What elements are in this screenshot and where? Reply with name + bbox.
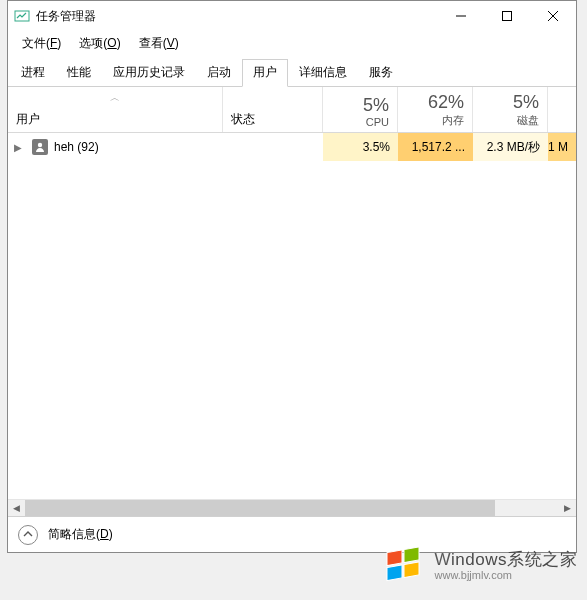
table-empty-area	[8, 161, 576, 499]
column-header-cpu[interactable]: 5% CPU	[323, 87, 398, 132]
svg-rect-2	[503, 12, 512, 21]
cell-disk: 2.3 MB/秒	[473, 133, 548, 161]
column-label-memory: 内存	[442, 113, 464, 128]
cell-cpu: 3.5%	[323, 133, 398, 161]
horizontal-scrollbar[interactable]: ◀ ▶	[8, 499, 576, 516]
scroll-left-arrow-icon[interactable]: ◀	[8, 500, 25, 517]
expand-arrow-icon[interactable]: ▶	[14, 142, 26, 153]
tab-services[interactable]: 服务	[358, 59, 404, 86]
cell-user-name: ▶ heh (92)	[8, 133, 223, 161]
task-manager-icon	[14, 8, 30, 24]
close-button[interactable]	[530, 1, 576, 31]
cell-memory: 1,517.2 ...	[398, 133, 473, 161]
watermark-primary: Windows系统之家	[435, 551, 577, 570]
cell-status	[223, 133, 323, 161]
task-manager-window: 任务管理器 文件(F) 选项(O) 查看(V) 进程 性能 应用历史记录	[7, 0, 577, 553]
menubar: 文件(F) 选项(O) 查看(V)	[8, 31, 576, 55]
tab-users[interactable]: 用户	[242, 59, 288, 87]
menu-options[interactable]: 选项(O)	[71, 32, 128, 55]
tab-startup[interactable]: 启动	[196, 59, 242, 86]
tab-processes[interactable]: 进程	[10, 59, 56, 86]
scroll-right-arrow-icon[interactable]: ▶	[559, 500, 576, 517]
tab-details[interactable]: 详细信息	[288, 59, 358, 86]
tab-app-history[interactable]: 应用历史记录	[102, 59, 196, 86]
watermark-url: www.bjjmlv.com	[435, 569, 577, 581]
menu-file[interactable]: 文件(F)	[14, 32, 69, 55]
svg-rect-9	[404, 562, 419, 578]
column-label-user: 用户	[16, 111, 40, 128]
column-label-disk: 磁盘	[517, 113, 539, 128]
svg-rect-7	[404, 547, 419, 563]
minimize-button[interactable]	[438, 1, 484, 31]
svg-rect-8	[387, 565, 402, 581]
scrollbar-track[interactable]	[25, 500, 559, 517]
windows-logo-icon	[379, 542, 427, 590]
tab-strip: 进程 性能 应用历史记录 启动 用户 详细信息 服务	[8, 55, 576, 87]
cpu-usage-percent: 5%	[363, 96, 389, 116]
fewer-details-toggle-icon[interactable]	[18, 525, 38, 545]
window-controls	[438, 1, 576, 31]
disk-usage-percent: 5%	[513, 93, 539, 113]
menu-view[interactable]: 查看(V)	[131, 32, 187, 55]
watermark-text: Windows系统之家 www.bjjmlv.com	[435, 551, 577, 582]
column-header-status[interactable]: 状态	[223, 87, 323, 132]
table-row[interactable]: ▶ heh (92) 3.5% 1,517.2 ... 2.3 MB/秒 0.1…	[8, 133, 576, 161]
column-label-status: 状态	[231, 111, 255, 128]
cell-network: 0.1 M	[548, 133, 576, 161]
maximize-button[interactable]	[484, 1, 530, 31]
column-header-disk[interactable]: 5% 磁盘	[473, 87, 548, 132]
scrollbar-thumb[interactable]	[25, 500, 495, 517]
titlebar[interactable]: 任务管理器	[8, 1, 576, 31]
column-header-memory[interactable]: 62% 内存	[398, 87, 473, 132]
window-title: 任务管理器	[36, 8, 438, 25]
collapse-chevron-icon[interactable]: ︿	[70, 89, 160, 107]
tab-performance[interactable]: 性能	[56, 59, 102, 86]
column-label-cpu: CPU	[366, 116, 389, 128]
svg-point-5	[38, 143, 42, 147]
fewer-details-link[interactable]: 简略信息(D)	[48, 526, 113, 543]
users-table: ︿ 用户 状态 5% CPU 62% 内存 5% 磁盘 ▶	[8, 87, 576, 516]
table-header-row: ︿ 用户 状态 5% CPU 62% 内存 5% 磁盘	[8, 87, 576, 133]
svg-rect-6	[387, 550, 402, 566]
memory-usage-percent: 62%	[428, 93, 464, 113]
user-avatar-icon	[32, 139, 48, 155]
svg-rect-0	[15, 11, 29, 21]
column-header-user[interactable]: ︿ 用户	[8, 87, 223, 132]
watermark: Windows系统之家 www.bjjmlv.com	[379, 542, 577, 590]
user-name-label: heh (92)	[54, 140, 99, 154]
